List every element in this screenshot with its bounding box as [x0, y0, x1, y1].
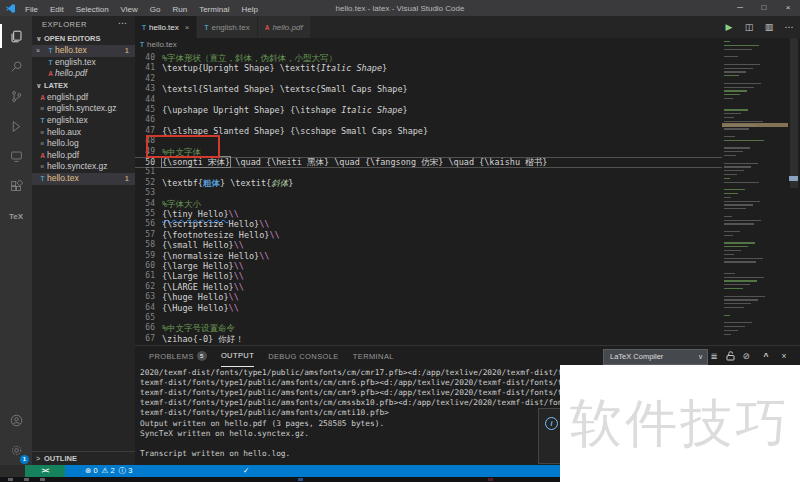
code-line-66[interactable]: 66%中文字号设置命令: [135, 323, 722, 333]
file-row-hello.log[interactable]: ≡hello.log: [32, 138, 135, 150]
code-line-57[interactable]: 57{\footnotesize Hello}\\: [135, 230, 722, 240]
build-run-icon[interactable]: ▶: [720, 16, 738, 38]
file-row-english.pdf[interactable]: Aenglish.pdf: [32, 92, 135, 104]
panel-tab-problems[interactable]: PROBLEMS5: [149, 346, 207, 366]
tex-file-icon: T: [46, 45, 55, 57]
code-line-40[interactable]: 40%字体形状（直立，斜体，伪斜体，小型大写）: [135, 53, 722, 63]
line-number: 60: [135, 261, 155, 271]
settings-gear-icon[interactable]: 1: [0, 438, 32, 462]
code-line-43[interactable]: 43\textsl{Slanted Shape} \textsc{Small C…: [135, 84, 722, 94]
split-editor-icon[interactable]: ◫: [740, 16, 758, 38]
clear-output-icon[interactable]: ⊘: [738, 349, 754, 363]
latex-build-check-icon[interactable]: ✓: [243, 465, 249, 477]
file-row-hello.pdf[interactable]: Ahello.pdf: [32, 68, 135, 80]
file-row-english.tex[interactable]: Tenglish.tex: [32, 115, 135, 127]
maximize-panel-icon[interactable]: ^: [758, 349, 774, 363]
code-line-54[interactable]: 54%字体大小: [135, 199, 722, 209]
extensions-icon[interactable]: [0, 174, 32, 198]
open-editors-header[interactable]: ∨OPEN EDITORS: [32, 33, 135, 45]
panel-tab-label: OUTPUT: [221, 351, 254, 360]
editor-more-icon[interactable]: ⋯: [780, 16, 798, 38]
code-line-64[interactable]: 64{\Huge Hello}\\: [135, 303, 722, 313]
menu-edit[interactable]: Edit: [44, 5, 70, 14]
minimize-icon[interactable]: ─: [728, 0, 752, 16]
source-control-icon[interactable]: [0, 84, 32, 108]
code-line-56[interactable]: 56{\scriptsize Hello}\\: [135, 219, 722, 229]
tab-hello.tex[interactable]: Thello.tex×: [135, 16, 197, 38]
code-line-45[interactable]: 45{\upshape Upright Shape} {\itshape Ita…: [135, 105, 722, 115]
code-line-61[interactable]: 61{\Large Hello}\\: [135, 271, 722, 281]
file-row-hello.pdf[interactable]: Ahello.pdf: [32, 150, 135, 162]
tex-file-icon: T: [204, 24, 208, 31]
close-editor-icon[interactable]: ×: [36, 45, 40, 57]
file-file-icon: ≡: [38, 161, 47, 173]
code-line-47[interactable]: 47{\slshape Slanted Shape} {\scshape Sma…: [135, 126, 722, 136]
code-line-46[interactable]: 46: [135, 115, 722, 125]
outline-section[interactable]: >OUTLINE: [32, 451, 135, 465]
file-row-hello.synctex.gz[interactable]: ≡hello.synctex.gz: [32, 161, 135, 173]
code-line-62[interactable]: 62{\LARGE Hello}\\: [135, 282, 722, 292]
file-row-hello.aux[interactable]: ≡hello.aux: [32, 127, 135, 139]
explorer-more-icon[interactable]: ⋯: [118, 18, 127, 28]
line-number: 65: [135, 313, 155, 323]
code-line-60[interactable]: 60{\large Hello}\\: [135, 261, 722, 271]
lock-icon[interactable]: [722, 349, 738, 363]
file-label: hello.synctex.gz: [47, 161, 107, 171]
tab-label: english.tex: [211, 23, 249, 32]
line-number: 51: [135, 167, 155, 177]
code-line-59[interactable]: 59{\normalsize Hello}\\: [135, 251, 722, 261]
code-line-51[interactable]: 51: [135, 167, 722, 177]
remote-explorer-icon[interactable]: [0, 144, 32, 168]
menu-file[interactable]: File: [19, 5, 44, 14]
search-icon[interactable]: [0, 54, 32, 78]
file-row-english.synctex.gz[interactable]: ≡english.synctex.gz: [32, 103, 135, 115]
menu-view[interactable]: View: [115, 5, 144, 14]
close-tab-icon[interactable]: ×: [185, 23, 190, 32]
editor-layout-icon[interactable]: ▥: [760, 16, 778, 38]
file-row-hello.tex[interactable]: Thello.tex1: [32, 173, 135, 185]
account-icon[interactable]: [0, 408, 32, 432]
code-line-67[interactable]: 67\zihao{-0} 你好！: [135, 334, 722, 344]
latex-folder-header[interactable]: ∨LATEX: [32, 80, 135, 92]
menu-run[interactable]: Run: [166, 5, 193, 14]
open-output-in-editor-icon[interactable]: ≣: [706, 349, 722, 363]
breadcrumb[interactable]: T hello.tex: [140, 38, 177, 51]
panel-tab-terminal[interactable]: TERMINAL: [353, 346, 394, 366]
code-line-42[interactable]: 42: [135, 74, 722, 84]
menu-terminal[interactable]: Terminal: [193, 5, 235, 14]
code-line-52[interactable]: 52\textbf{粗体} \textit{斜体}: [135, 178, 722, 188]
menu-go[interactable]: Go: [144, 5, 167, 14]
code-line-53[interactable]: 53: [135, 188, 722, 198]
latex-workshop-icon[interactable]: TeX: [0, 204, 32, 228]
file-row-hello.tex[interactable]: ×Thello.tex1: [32, 45, 135, 57]
code-area[interactable]: 40%字体形状（直立，斜体，伪斜体，小型大写）41\textup{Upright…: [135, 53, 722, 345]
code-line-63[interactable]: 63{\huge Hello}\\: [135, 292, 722, 302]
activity-bar: TeX 1: [0, 16, 32, 465]
editor-scrollbar[interactable]: [788, 38, 800, 345]
output-channel-dropdown[interactable]: LaTeX Compiler∨: [603, 349, 708, 365]
panel-tab-debug-console[interactable]: DEBUG CONSOLE: [268, 346, 339, 366]
code-line-41[interactable]: 41\textup{Upright Shape} \textit{Italic …: [135, 63, 722, 73]
explorer-icon[interactable]: [0, 24, 32, 48]
panel-tab-output[interactable]: OUTPUT: [221, 346, 254, 367]
code-line-44[interactable]: 44: [135, 95, 722, 105]
menu-help[interactable]: Help: [235, 5, 263, 14]
problems-status[interactable]: ⊗ 0 ⚠ 2 ⓘ 3: [85, 465, 132, 477]
close-window-icon[interactable]: ×: [776, 0, 800, 16]
file-row-english.tex[interactable]: Tenglish.tex: [32, 57, 135, 69]
tab-english.tex[interactable]: Tenglish.tex: [197, 16, 257, 38]
code-line-65[interactable]: 65: [135, 313, 722, 323]
code-line-55[interactable]: 55{\tiny Hello}\\: [135, 209, 722, 219]
maximize-icon[interactable]: □: [752, 0, 776, 16]
run-debug-icon[interactable]: [0, 114, 32, 138]
code-line-58[interactable]: 58{\small Hello}\\: [135, 240, 722, 250]
menu-selection[interactable]: Selection: [70, 5, 115, 14]
tab-hello.pdf[interactable]: Ahello.pdf: [258, 16, 311, 38]
close-panel-icon[interactable]: ×: [776, 349, 792, 363]
code-line-48[interactable]: 48: [135, 136, 722, 146]
remote-indicator[interactable]: ><: [25, 465, 65, 477]
file-label: hello.log: [47, 138, 79, 148]
minimap[interactable]: [722, 38, 788, 345]
output-line: SyncTeX written on hello.synctex.gz.: [140, 429, 309, 439]
code-line-49[interactable]: 49%中文字体: [135, 147, 722, 157]
